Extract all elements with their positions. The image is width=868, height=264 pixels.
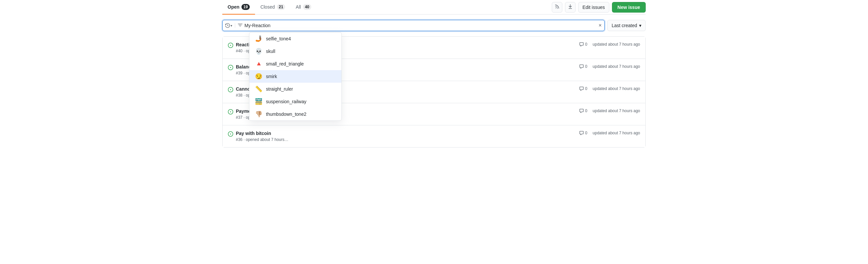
tabs-row: Open 19 Closed 21 All 40	[222, 0, 646, 14]
emoji-glyph-thumbsdown_tone2: 👎🏼	[255, 111, 262, 118]
emoji-name-selfie_tone4: selfie_tone4	[266, 36, 291, 41]
issue-right-issue-36: 0updated about 7 hours ago	[579, 131, 640, 135]
issue-content-issue-36: Pay with bitcoin#36 · opened about 7 hou…	[236, 131, 579, 142]
issue-open-icon	[228, 43, 233, 49]
issue-open-icon	[228, 109, 233, 115]
issue-updated-issue-40: updated about 7 hours ago	[593, 42, 640, 47]
edit-issues-button[interactable]: Edit issues	[578, 2, 609, 12]
issue-updated-issue-39: updated about 7 hours ago	[593, 64, 640, 69]
emoji-name-suspension_railway: suspension_railway	[266, 99, 306, 104]
emoji-name-small_red_triangle: small_red_triangle	[266, 61, 304, 66]
download-icon	[568, 4, 573, 10]
tabs-left: Open 19 Closed 21 All 40	[222, 0, 316, 14]
emoji-item-suspension_railway[interactable]: 🚟suspension_railway	[249, 95, 341, 108]
tab-open[interactable]: Open 19	[222, 0, 255, 14]
filter-history-button[interactable]: ▾	[225, 23, 235, 28]
comment-count-issue-37: 0	[579, 109, 588, 113]
tab-all-label: All	[296, 4, 301, 9]
tab-all[interactable]: All 40	[290, 0, 316, 14]
emoji-item-small_red_triangle[interactable]: 🔺small_red_triangle	[249, 58, 341, 70]
issue-meta-issue-36: #36 · opened about 7 hours…	[236, 137, 579, 142]
download-button[interactable]	[565, 2, 576, 12]
comment-icon	[579, 86, 584, 91]
filter-input-wrapper: ▾ My-Reaction × 🤳🏾selfie_tone4💀skull🔺sma…	[222, 20, 605, 31]
comment-count-issue-39: 0	[579, 64, 588, 69]
issue-right-issue-39: 0updated about 7 hours ago	[579, 64, 640, 69]
issue-open-icon	[228, 131, 233, 138]
issue-row-issue-36: Pay with bitcoin#36 · opened about 7 hou…	[223, 125, 645, 147]
issue-right-issue-37: 0updated about 7 hours ago	[579, 109, 640, 113]
comment-count-issue-40: 0	[579, 42, 588, 47]
issue-open-icon	[228, 87, 233, 93]
emoji-glyph-small_red_triangle: 🔺	[255, 60, 262, 67]
emoji-item-thumbsdown_tone2[interactable]: 👎🏼thumbsdown_tone2	[249, 108, 341, 120]
comment-icon	[579, 64, 584, 69]
history-icon	[225, 23, 230, 28]
emoji-name-skull: skull	[266, 49, 275, 54]
emoji-glyph-straight_ruler: 📏	[255, 85, 262, 93]
issue-right-issue-40: 0updated about 7 hours ago	[579, 42, 640, 47]
comment-icon	[579, 42, 584, 47]
sort-chevron-icon: ▾	[639, 23, 642, 28]
comment-count-issue-36: 0	[579, 131, 588, 135]
emoji-item-selfie_tone4[interactable]: 🤳🏾selfie_tone4	[249, 32, 341, 45]
new-issue-button[interactable]: New issue	[612, 2, 646, 12]
tab-closed[interactable]: Closed 21	[255, 0, 290, 14]
tab-all-badge: 40	[303, 4, 311, 10]
emoji-item-skull[interactable]: 💀skull	[249, 45, 341, 58]
tab-open-label: Open	[227, 4, 240, 9]
issue-updated-issue-36: updated about 7 hours ago	[593, 131, 640, 135]
issue-right-issue-38: 0updated about 7 hours ago	[579, 86, 640, 91]
tab-closed-label: Closed	[260, 4, 275, 9]
emoji-name-smirk: smirk	[266, 74, 277, 79]
emoji-dropdown: 🤳🏾selfie_tone4💀skull🔺small_red_triangle😏…	[249, 32, 342, 121]
filter-input[interactable]	[271, 23, 597, 28]
sort-dropdown[interactable]: Last created ▾	[607, 20, 646, 31]
comment-count-issue-38: 0	[579, 86, 588, 91]
tab-open-badge: 19	[242, 4, 250, 10]
sort-label: Last created	[612, 23, 637, 28]
filter-value: My-Reaction	[244, 23, 271, 28]
rss-button[interactable]	[552, 2, 562, 12]
emoji-glyph-skull: 💀	[255, 48, 262, 55]
emoji-glyph-selfie_tone4: 🤳🏾	[255, 35, 262, 42]
issue-updated-issue-38: updated about 7 hours ago	[593, 86, 640, 91]
emoji-name-straight_ruler: straight_ruler	[266, 86, 293, 92]
tab-closed-badge: 21	[277, 4, 285, 10]
filter-icon	[238, 23, 243, 28]
emoji-item-straight_ruler[interactable]: 📏straight_ruler	[249, 83, 341, 95]
filter-bar: ▾ My-Reaction × 🤳🏾selfie_tone4💀skull🔺sma…	[222, 20, 646, 31]
issue-title-issue-36[interactable]: Pay with bitcoin	[236, 131, 579, 136]
emoji-item-smirk[interactable]: 😏smirk	[249, 70, 341, 83]
comment-icon	[579, 131, 584, 135]
tabs-right: Edit issues New issue	[552, 2, 646, 12]
issue-updated-issue-37: updated about 7 hours ago	[593, 109, 640, 113]
emoji-glyph-smirk: 😏	[255, 73, 262, 80]
comment-icon	[579, 109, 584, 113]
rss-icon	[554, 4, 560, 10]
history-chevron-icon: ▾	[230, 24, 232, 27]
emoji-glyph-suspension_railway: 🚟	[255, 98, 262, 105]
emoji-name-thumbsdown_tone2: thumbsdown_tone2	[266, 112, 306, 117]
filter-clear-button[interactable]: ×	[599, 23, 602, 28]
issue-open-icon	[228, 65, 233, 71]
